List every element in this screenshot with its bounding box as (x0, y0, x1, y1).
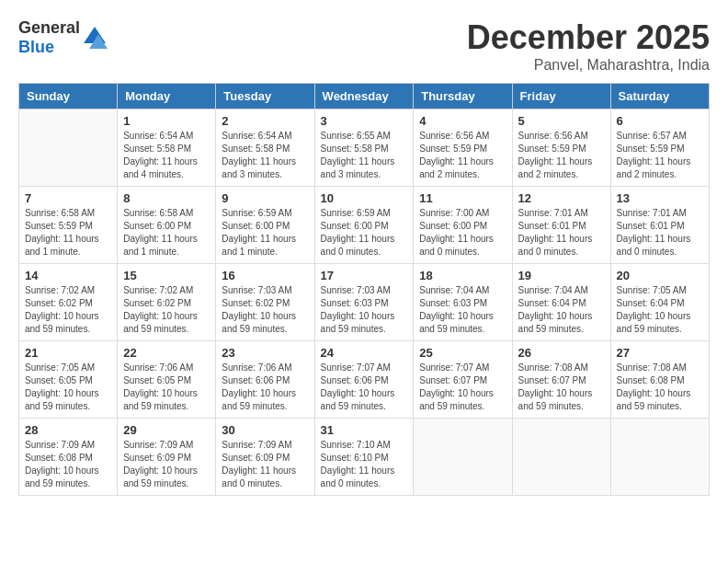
day-of-week-header: Tuesday (216, 84, 314, 109)
day-number: 10 (321, 191, 408, 205)
calendar-cell: 22Sunrise: 7:06 AM Sunset: 6:05 PM Dayli… (118, 341, 216, 419)
day-of-week-header: Friday (512, 84, 610, 109)
day-number: 7 (25, 191, 111, 205)
day-info: Sunrise: 7:07 AM Sunset: 6:06 PM Dayligh… (321, 362, 408, 413)
day-number: 2 (222, 114, 308, 128)
calendar-cell: 8Sunrise: 6:58 AM Sunset: 6:00 PM Daylig… (118, 187, 216, 264)
day-number: 21 (25, 346, 111, 360)
day-info: Sunrise: 7:04 AM Sunset: 6:04 PM Dayligh… (518, 284, 605, 336)
day-number: 25 (419, 346, 506, 360)
calendar-cell: 20Sunrise: 7:05 AM Sunset: 6:04 PM Dayli… (610, 264, 709, 341)
month-title: December 2025 (467, 18, 710, 57)
day-info: Sunrise: 7:00 AM Sunset: 6:00 PM Dayligh… (419, 207, 506, 259)
calendar: SundayMondayTuesdayWednesdayThursdayFrid… (18, 83, 710, 496)
calendar-week-row: 21Sunrise: 7:05 AM Sunset: 6:05 PM Dayli… (19, 341, 710, 419)
day-info: Sunrise: 7:09 AM Sunset: 6:09 PM Dayligh… (123, 439, 210, 490)
calendar-cell: 1Sunrise: 6:54 AM Sunset: 5:58 PM Daylig… (118, 109, 216, 187)
day-of-week-header: Sunday (19, 84, 118, 109)
day-info: Sunrise: 7:02 AM Sunset: 6:02 PM Dayligh… (25, 284, 111, 336)
calendar-cell: 24Sunrise: 7:07 AM Sunset: 6:06 PM Dayli… (314, 341, 414, 419)
logo-text: General Blue (18, 18, 80, 57)
calendar-cell: 3Sunrise: 6:55 AM Sunset: 5:58 PM Daylig… (314, 109, 414, 187)
day-info: Sunrise: 6:57 AM Sunset: 5:59 PM Dayligh… (617, 130, 703, 181)
header: General Blue December 2025 Panvel, Mahar… (18, 18, 710, 74)
day-info: Sunrise: 6:59 AM Sunset: 6:00 PM Dayligh… (321, 207, 408, 259)
calendar-cell: 26Sunrise: 7:08 AM Sunset: 6:07 PM Dayli… (512, 341, 610, 419)
day-info: Sunrise: 7:04 AM Sunset: 6:03 PM Dayligh… (419, 284, 506, 336)
calendar-cell: 11Sunrise: 7:00 AM Sunset: 6:00 PM Dayli… (414, 187, 512, 264)
calendar-cell: 21Sunrise: 7:05 AM Sunset: 6:05 PM Dayli… (19, 341, 118, 419)
logo-icon (82, 25, 108, 51)
calendar-cell: 18Sunrise: 7:04 AM Sunset: 6:03 PM Dayli… (414, 264, 512, 341)
day-info: Sunrise: 7:01 AM Sunset: 6:01 PM Dayligh… (518, 207, 605, 259)
location: Panvel, Maharashtra, India (467, 57, 710, 74)
day-number: 31 (321, 423, 408, 437)
day-info: Sunrise: 6:54 AM Sunset: 5:58 PM Dayligh… (123, 130, 210, 181)
calendar-cell (610, 419, 709, 496)
day-number: 9 (222, 191, 308, 205)
day-info: Sunrise: 6:56 AM Sunset: 5:59 PM Dayligh… (419, 130, 506, 181)
title-area: December 2025 Panvel, Maharashtra, India (467, 18, 710, 74)
day-info: Sunrise: 7:06 AM Sunset: 6:05 PM Dayligh… (123, 362, 210, 413)
calendar-cell: 5Sunrise: 6:56 AM Sunset: 5:59 PM Daylig… (512, 109, 610, 187)
day-number: 19 (518, 269, 605, 282)
day-number: 1 (123, 114, 210, 128)
calendar-cell (414, 419, 512, 496)
calendar-cell: 28Sunrise: 7:09 AM Sunset: 6:08 PM Dayli… (19, 419, 118, 496)
calendar-cell: 2Sunrise: 6:54 AM Sunset: 5:58 PM Daylig… (216, 109, 314, 187)
day-info: Sunrise: 7:07 AM Sunset: 6:07 PM Dayligh… (419, 362, 506, 413)
day-number: 14 (25, 269, 111, 282)
day-info: Sunrise: 7:05 AM Sunset: 6:04 PM Dayligh… (617, 284, 703, 336)
day-info: Sunrise: 7:03 AM Sunset: 6:02 PM Dayligh… (222, 284, 308, 336)
day-info: Sunrise: 7:08 AM Sunset: 6:08 PM Dayligh… (617, 362, 703, 413)
calendar-cell: 4Sunrise: 6:56 AM Sunset: 5:59 PM Daylig… (414, 109, 512, 187)
day-number: 6 (617, 114, 703, 128)
calendar-week-row: 28Sunrise: 7:09 AM Sunset: 6:08 PM Dayli… (19, 419, 710, 496)
day-info: Sunrise: 6:59 AM Sunset: 6:00 PM Dayligh… (222, 207, 308, 259)
calendar-cell: 15Sunrise: 7:02 AM Sunset: 6:02 PM Dayli… (118, 264, 216, 341)
calendar-cell: 27Sunrise: 7:08 AM Sunset: 6:08 PM Dayli… (610, 341, 709, 419)
day-number: 23 (222, 346, 308, 360)
calendar-cell: 30Sunrise: 7:09 AM Sunset: 6:09 PM Dayli… (216, 419, 314, 496)
day-number: 3 (321, 114, 408, 128)
calendar-cell (512, 419, 610, 496)
calendar-cell: 16Sunrise: 7:03 AM Sunset: 6:02 PM Dayli… (216, 264, 314, 341)
calendar-week-row: 7Sunrise: 6:58 AM Sunset: 5:59 PM Daylig… (19, 187, 710, 264)
calendar-cell: 9Sunrise: 6:59 AM Sunset: 6:00 PM Daylig… (216, 187, 314, 264)
calendar-cell: 6Sunrise: 6:57 AM Sunset: 5:59 PM Daylig… (610, 109, 709, 187)
day-of-week-header: Monday (118, 84, 216, 109)
day-number: 15 (123, 269, 210, 282)
day-info: Sunrise: 7:02 AM Sunset: 6:02 PM Dayligh… (123, 284, 210, 336)
day-info: Sunrise: 7:03 AM Sunset: 6:03 PM Dayligh… (321, 284, 408, 336)
day-number: 11 (419, 191, 506, 205)
day-info: Sunrise: 6:58 AM Sunset: 5:59 PM Dayligh… (25, 207, 111, 259)
day-info: Sunrise: 6:56 AM Sunset: 5:59 PM Dayligh… (518, 130, 605, 181)
day-number: 30 (222, 423, 308, 437)
day-number: 28 (25, 423, 111, 437)
day-number: 29 (123, 423, 210, 437)
day-of-week-header: Thursday (414, 84, 512, 109)
day-number: 26 (518, 346, 605, 360)
day-number: 18 (419, 269, 506, 282)
day-info: Sunrise: 7:09 AM Sunset: 6:09 PM Dayligh… (222, 439, 308, 490)
day-number: 17 (321, 269, 408, 282)
logo-blue: Blue (18, 38, 54, 56)
day-of-week-header: Saturday (610, 84, 709, 109)
calendar-cell: 19Sunrise: 7:04 AM Sunset: 6:04 PM Dayli… (512, 264, 610, 341)
day-number: 24 (321, 346, 408, 360)
day-number: 16 (222, 269, 308, 282)
day-info: Sunrise: 7:06 AM Sunset: 6:06 PM Dayligh… (222, 362, 308, 413)
day-info: Sunrise: 6:54 AM Sunset: 5:58 PM Dayligh… (222, 130, 308, 181)
day-info: Sunrise: 6:58 AM Sunset: 6:00 PM Dayligh… (123, 207, 210, 259)
day-number: 27 (617, 346, 703, 360)
day-number: 22 (123, 346, 210, 360)
day-info: Sunrise: 7:05 AM Sunset: 6:05 PM Dayligh… (25, 362, 111, 413)
calendar-cell: 13Sunrise: 7:01 AM Sunset: 6:01 PM Dayli… (610, 187, 709, 264)
calendar-cell: 29Sunrise: 7:09 AM Sunset: 6:09 PM Dayli… (118, 419, 216, 496)
calendar-cell: 14Sunrise: 7:02 AM Sunset: 6:02 PM Dayli… (19, 264, 118, 341)
calendar-cell: 7Sunrise: 6:58 AM Sunset: 5:59 PM Daylig… (19, 187, 118, 264)
day-number: 4 (419, 114, 506, 128)
calendar-cell: 17Sunrise: 7:03 AM Sunset: 6:03 PM Dayli… (314, 264, 414, 341)
day-info: Sunrise: 7:01 AM Sunset: 6:01 PM Dayligh… (617, 207, 703, 259)
day-info: Sunrise: 7:10 AM Sunset: 6:10 PM Dayligh… (321, 439, 408, 490)
